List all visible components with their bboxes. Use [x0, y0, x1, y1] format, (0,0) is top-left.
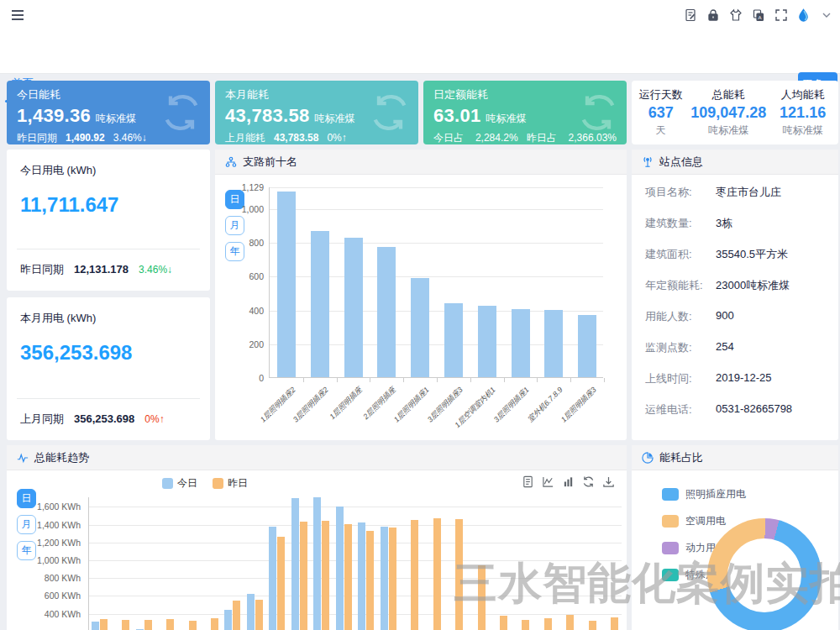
trend-bar-yesterday[interactable]: [122, 620, 129, 630]
y-axis-tick-label: 1,400 KWh: [32, 520, 81, 530]
gridline: [88, 525, 622, 526]
shirt-icon[interactable]: [728, 8, 743, 23]
branch-bar[interactable]: [512, 309, 530, 377]
card-value: 63.01: [433, 105, 481, 127]
pie-legend-item[interactable]: 照明插座用电: [662, 487, 746, 501]
usage-compare-row: 上月同期 356,253.698 0%↑: [20, 412, 165, 427]
card-footer-item: 昨日占比:: [527, 131, 560, 144]
card-unit: 吨标准煤: [315, 112, 355, 126]
trend-bar-today[interactable]: [92, 622, 99, 630]
branch-bar[interactable]: [311, 231, 329, 377]
trend-bar-yesterday[interactable]: [189, 621, 197, 630]
branch-bar[interactable]: [277, 192, 296, 377]
lock-icon[interactable]: [706, 8, 720, 23]
card-footer-item: 3.46%↓: [113, 132, 147, 144]
x-axis-tick: [604, 378, 605, 382]
trend-bar-yesterday[interactable]: [433, 518, 441, 630]
panel-title: 站点信息: [659, 155, 703, 170]
trend-bar-yesterday[interactable]: [211, 618, 218, 630]
x-axis-tick: [570, 378, 571, 382]
branch-y-axis: 1,1291,0008006004002000: [215, 150, 265, 440]
trend-bar-today[interactable]: [313, 497, 321, 630]
trend-bar-yesterday[interactable]: [144, 620, 152, 630]
gridline: [270, 187, 603, 188]
branch-bar[interactable]: [344, 238, 363, 377]
hamburger-menu-icon[interactable]: [10, 8, 25, 23]
stat-running-days: 运行天数 637 天: [635, 87, 686, 138]
trend-bar-yesterday[interactable]: [389, 528, 396, 630]
trend-bar-today[interactable]: [358, 522, 365, 630]
x-axis-tick: [504, 378, 505, 382]
trend-bar-today[interactable]: [336, 507, 344, 630]
site-info-value: 254: [716, 340, 734, 353]
trend-bar-yesterday[interactable]: [255, 600, 263, 630]
stat-label: 运行天数: [635, 87, 686, 102]
trend-bar-today[interactable]: [381, 527, 388, 630]
site-info-value: 900: [716, 309, 734, 322]
trend-bar-yesterday[interactable]: [166, 619, 174, 630]
notebook-edit-icon[interactable]: [683, 8, 697, 23]
trend-bar-today[interactable]: [224, 610, 232, 630]
trend-bar-yesterday[interactable]: [455, 519, 463, 630]
compare-percent: 0%↑: [144, 413, 164, 425]
branch-bar[interactable]: [377, 247, 396, 377]
summary-stats-panel: 运行天数 637 天 总能耗 109,047.28 吨标准煤 人均能耗 121.…: [632, 81, 838, 144]
usage-value: 356,253.698: [20, 341, 132, 365]
branch-bar[interactable]: [578, 315, 596, 377]
legend-label: 照明插座用电: [685, 487, 746, 501]
trend-bar-yesterday[interactable]: [589, 621, 596, 630]
trend-bar-yesterday[interactable]: [522, 620, 529, 630]
trend-bar-yesterday[interactable]: [366, 531, 374, 630]
y-axis-tick-label: 0: [215, 373, 264, 383]
branch-bar[interactable]: [544, 310, 563, 377]
card-unit: 吨标准煤: [486, 112, 527, 126]
branch-chart-plot[interactable]: 1层照明插座23层照明插座21层照明插座2层照明插座1层照明插座13层照明插座3…: [269, 187, 603, 378]
chevron-down-icon[interactable]: [819, 8, 833, 23]
trend-bar-yesterday[interactable]: [478, 565, 486, 630]
gridline: [88, 578, 622, 579]
y-axis-tick-label: 1,129: [215, 182, 264, 192]
card-unit: 吨标准煤: [96, 112, 136, 126]
panel-energy-share: 能耗占比 照明插座用电空调用电动力用电特殊用电: [632, 445, 838, 630]
trend-bar-today[interactable]: [269, 527, 276, 630]
card-value: 43,783.58: [225, 105, 310, 127]
branch-bar[interactable]: [478, 306, 496, 377]
topbar-icon-group: A: [683, 7, 833, 24]
trend-bar-yesterday[interactable]: [233, 601, 240, 630]
branch-bar[interactable]: [444, 303, 463, 377]
card-footer-item: 1,490.92: [66, 132, 105, 144]
trend-bar-yesterday[interactable]: [300, 522, 307, 630]
tab-bar: 首页 更多: [0, 30, 840, 74]
trend-bar-yesterday[interactable]: [500, 616, 507, 630]
trend-bar-yesterday[interactable]: [277, 537, 285, 630]
trend-bar-today[interactable]: [247, 594, 255, 630]
trend-bar-today[interactable]: [291, 498, 299, 630]
card-footer-item: 今日占比:: [433, 131, 467, 144]
x-axis-category-label: 1层照明插座: [328, 385, 365, 423]
site-info-label: 监测点数:: [645, 340, 692, 355]
waterdrop-logo[interactable]: [796, 8, 811, 23]
x-axis-tick: [537, 378, 538, 382]
site-info-value: 23000吨标准煤: [716, 278, 790, 293]
trend-bar-yesterday[interactable]: [566, 615, 574, 630]
donut-hole: [727, 538, 801, 612]
pie-legend-item[interactable]: 空调用电: [662, 514, 726, 528]
legend-label: 空调用电: [685, 514, 726, 528]
y-axis-tick-label: 400: [215, 306, 264, 316]
trend-y-axis: 1,600 KWh1,400 KWh1,200 KWh1,000 KWh800 …: [32, 445, 84, 630]
y-axis-tick-label: 600 KWh: [32, 591, 81, 601]
site-info-label: 建筑面积:: [645, 247, 692, 262]
trend-chart-plot[interactable]: [88, 445, 622, 630]
legend-swatch: [662, 488, 679, 501]
trend-bar-yesterday[interactable]: [100, 619, 108, 630]
trend-bar-yesterday[interactable]: [411, 520, 418, 630]
trend-bar-yesterday[interactable]: [544, 618, 552, 630]
fullscreen-icon[interactable]: [774, 8, 788, 23]
copy-icon[interactable]: A: [751, 8, 765, 23]
stat-unit: 天: [635, 123, 686, 138]
trend-bar-yesterday[interactable]: [322, 521, 329, 630]
trend-bar-yesterday[interactable]: [611, 617, 618, 630]
stat-unit: 吨标准煤: [686, 123, 770, 138]
trend-bar-yesterday[interactable]: [344, 524, 352, 630]
branch-bar[interactable]: [411, 278, 429, 377]
